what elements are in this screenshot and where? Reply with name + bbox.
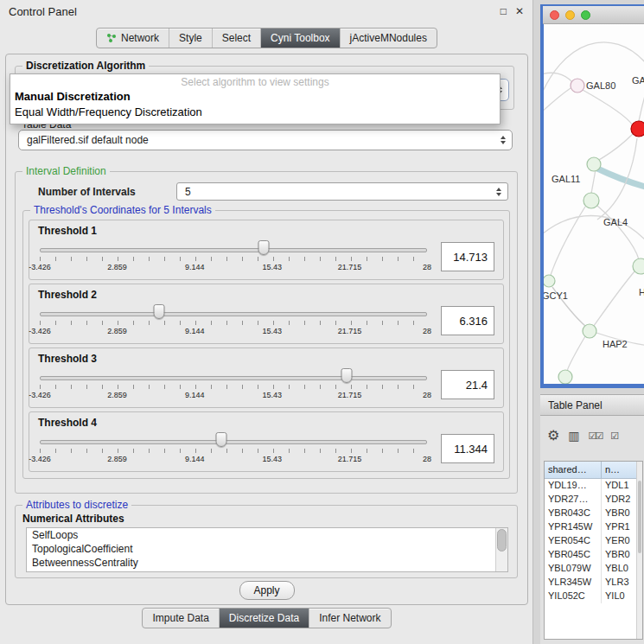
column-selector-icon[interactable]: ▥	[568, 430, 579, 442]
minimize-traffic-light-icon[interactable]	[565, 10, 575, 20]
settings-gear-icon[interactable]: ⚙	[547, 429, 559, 443]
table-row[interactable]: YBR043CYBR0	[545, 507, 636, 520]
scrollbar-thumb[interactable]	[638, 481, 641, 553]
table-cell[interactable]: YER054C	[545, 534, 602, 548]
select-rows-icon[interactable]: ☑	[610, 431, 617, 441]
table-cell[interactable]: YBL079W	[545, 562, 602, 576]
slider-scale: -3.4262.8599.14415.4321.71528	[40, 263, 427, 272]
slider-track[interactable]	[40, 312, 427, 316]
slider-thumb[interactable]	[341, 368, 353, 383]
dropdown-option-manual-discretization[interactable]: Manual Discretization	[10, 89, 500, 105]
table-cell[interactable]: YDL1	[602, 479, 636, 493]
table-cell[interactable]: YBR045C	[545, 548, 602, 562]
tab-infer-network[interactable]: Infer Network	[309, 609, 390, 628]
slider-thumb[interactable]	[216, 432, 227, 447]
table-cell[interactable]: YDR2	[602, 493, 636, 507]
control-panel-titlebar: Control Panel □ ✕	[0, 0, 532, 22]
attribute-list-item[interactable]: SelfLoops	[27, 528, 507, 542]
slider-scale-label: -3.426	[29, 391, 51, 399]
float-window-icon[interactable]: □	[501, 6, 507, 16]
slider-track[interactable]	[40, 376, 427, 380]
table-row[interactable]: YDL19…YDL1	[545, 479, 636, 493]
tab-style[interactable]: Style	[169, 29, 213, 48]
network-node[interactable]	[587, 157, 601, 171]
slider-track[interactable]	[40, 248, 427, 252]
column-header-shared-name[interactable]: shared…	[545, 462, 602, 478]
apply-button[interactable]: Apply	[239, 581, 294, 600]
table-row[interactable]: YPR145WYPR1	[545, 520, 636, 534]
tab-select[interactable]: Select	[213, 29, 261, 48]
slider-scale-label: 2.859	[107, 455, 127, 463]
table-cell[interactable]: YLR345W	[545, 576, 602, 590]
slider-scale: -3.4262.8599.14415.4321.71528	[40, 327, 427, 336]
slider-track[interactable]	[40, 440, 427, 444]
slider-scale-label: 9.144	[185, 327, 205, 335]
table-cell[interactable]: YIL0	[602, 590, 636, 603]
table-row[interactable]: YLR345WYLR3	[545, 576, 636, 590]
threshold-3-value-field[interactable]: 21.4	[441, 370, 494, 399]
table-scrollbar[interactable]	[636, 462, 642, 639]
tab-impute-data[interactable]: Impute Data	[143, 609, 219, 628]
table-cell[interactable]: YDL19…	[545, 479, 602, 493]
threshold-4-value-field[interactable]: 11.344	[441, 434, 494, 463]
attribute-list-item[interactable]: TopologicalCoefficient	[27, 542, 507, 556]
tab-label: Style	[179, 32, 202, 44]
threshold-2-slider[interactable]: -3.4262.8599.14415.4321.71528	[38, 301, 429, 341]
tab-cyni-toolbox[interactable]: Cyni Toolbox	[261, 29, 340, 48]
numerical-attributes-list[interactable]: SelfLoopsTopologicalCoefficientBetweenne…	[26, 527, 508, 572]
network-node[interactable]	[571, 79, 584, 92]
table-panel-title: Table Panel	[548, 399, 603, 411]
slider-scale-label: 15.43	[263, 327, 283, 335]
table-row[interactable]: YBR045CYBR0	[545, 548, 636, 562]
network-node[interactable]	[583, 193, 599, 208]
table-row[interactable]: YER054CYER0	[545, 534, 636, 548]
slider-scale-label: 9.144	[185, 263, 205, 271]
table-cell[interactable]: YBR043C	[545, 507, 602, 520]
network-node[interactable]	[544, 275, 555, 287]
tab-discretize-data[interactable]: Discretize Data	[220, 609, 309, 628]
close-window-icon[interactable]: ✕	[515, 6, 524, 16]
dropdown-option-equal-width-frequency[interactable]: Equal Width/Frequency Discretization	[10, 105, 500, 120]
table-cell[interactable]: YPR1	[602, 520, 636, 534]
threshold-3-slider[interactable]: -3.4262.8599.14415.4321.71528	[38, 365, 429, 405]
tab-network[interactable]: Network	[97, 29, 169, 48]
table-row[interactable]: YDR27…YDR2	[545, 493, 636, 507]
table-cell[interactable]: YER0	[602, 534, 636, 548]
table-cell[interactable]: YBR0	[602, 548, 636, 562]
network-node[interactable]	[583, 324, 596, 338]
threshold-4-slider[interactable]: -3.4262.8599.14415.4321.71528	[38, 429, 429, 469]
slider-thumb[interactable]	[258, 240, 269, 255]
interval-definition-group: Interval Definition Number of Intervals …	[15, 165, 518, 494]
scrollbar-thumb[interactable]	[497, 529, 507, 552]
table-row[interactable]: YIL052CYIL0	[545, 590, 636, 603]
threshold-1-slider[interactable]: -3.4262.8599.14415.4321.71528	[38, 237, 429, 277]
network-node-label: GAL80	[586, 80, 615, 91]
table-cell[interactable]: YDR27…	[545, 493, 602, 507]
slider-thumb[interactable]	[154, 304, 165, 319]
tab-label: Discretize Data	[229, 612, 299, 624]
threshold-2-value-field[interactable]: 6.316	[441, 306, 494, 335]
tab-jactivemnodules[interactable]: jActiveMNodules	[341, 29, 437, 48]
network-node-label: HAP2	[603, 339, 628, 349]
attribute-list-item[interactable]: BetweennessCentrality	[27, 556, 507, 570]
close-traffic-light-icon[interactable]	[550, 10, 559, 20]
table-row[interactable]: YBL079WYBL0	[545, 562, 636, 576]
table-cell[interactable]: YIL052C	[545, 590, 602, 603]
network-node[interactable]	[558, 370, 572, 384]
table-cell[interactable]: YLR3	[602, 576, 636, 590]
threshold-1-value-field[interactable]: 14.713	[441, 242, 494, 271]
network-window-titlebar[interactable]	[543, 6, 644, 24]
table-data-select[interactable]: galFiltered.sif default node	[18, 130, 513, 150]
table-cell[interactable]: YBR0	[602, 507, 636, 520]
network-node[interactable]	[631, 121, 644, 137]
slider-scale-label: 28	[423, 391, 431, 399]
table-cell[interactable]: YBL0	[602, 562, 636, 576]
network-canvas[interactable]: GAL80GAGAL11GAL4GCY1HHAP2	[544, 24, 644, 384]
number-of-intervals-select[interactable]: 5	[176, 182, 508, 201]
select-all-rows-icon[interactable]: ☑☑	[589, 431, 603, 441]
network-node[interactable]	[633, 258, 644, 274]
attributes-list-scrollbar[interactable]	[495, 528, 507, 571]
slider-ticks	[40, 449, 427, 453]
table-cell[interactable]: YPR145W	[545, 520, 602, 534]
zoom-traffic-light-icon[interactable]	[581, 10, 590, 20]
